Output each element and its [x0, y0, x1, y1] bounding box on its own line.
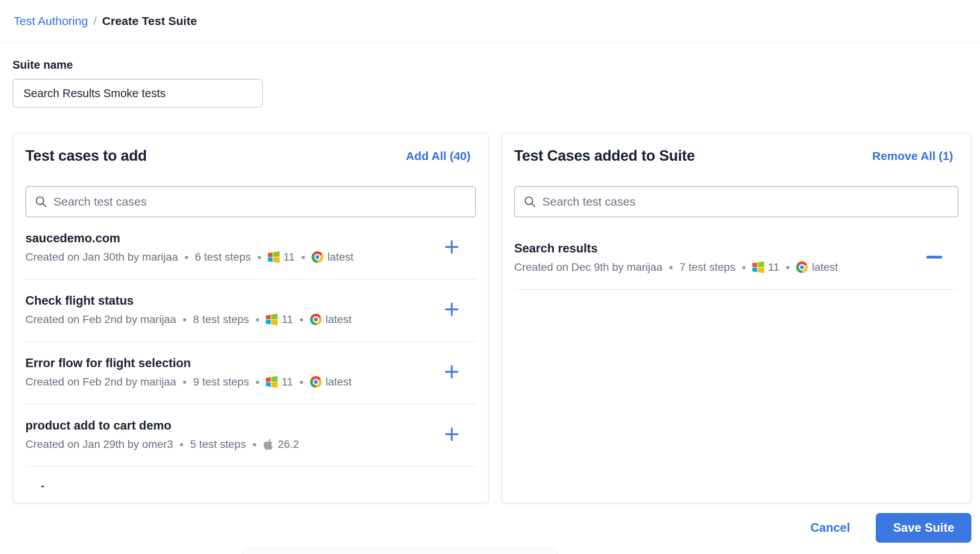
left-search-input[interactable]: [53, 195, 467, 208]
browser-env: latest: [310, 375, 352, 389]
test-case-title: saucedemo.com: [25, 231, 435, 246]
dot-separator: ●: [786, 260, 790, 274]
os-env: 11: [752, 260, 779, 274]
steps-text: 6 test steps: [195, 250, 251, 264]
created-text: Created on Feb 2nd by marijaa: [25, 375, 176, 389]
os-version: 26.2: [278, 437, 299, 451]
os-env: 11: [268, 250, 295, 264]
browser-version: latest: [812, 260, 838, 274]
steps-text: 7 test steps: [679, 260, 735, 274]
os-version: 11: [768, 260, 779, 274]
test-case-row: Search results Created on Dec 9th by mar…: [514, 227, 959, 290]
search-icon: [524, 195, 536, 208]
created-text: Created on Jan 29th by omer3: [25, 437, 173, 451]
steps-text: 5 test steps: [190, 437, 246, 451]
left-search-box: [25, 186, 476, 217]
browser-version: latest: [326, 313, 352, 327]
windows-icon: [266, 376, 278, 388]
test-case-meta: Created on Feb 2nd by marijaa ● 9 test s…: [25, 375, 435, 389]
dot-separator: ●: [184, 250, 189, 264]
test-case-row: saucedemo.com Created on Jan 30th by mar…: [25, 217, 476, 280]
add-test-case-button[interactable]: [443, 239, 460, 255]
dot-separator: ●: [741, 260, 746, 274]
os-version: 11: [282, 375, 293, 389]
save-suite-button[interactable]: Save Suite: [876, 513, 971, 543]
steps-text: 9 test steps: [193, 375, 249, 389]
dot-separator: ●: [255, 313, 260, 327]
right-panel-title: Test Cases added to Suite: [514, 147, 695, 164]
browser-env: latest: [312, 250, 353, 264]
truncated-next-row-hint: [41, 486, 44, 487]
os-env: 11: [266, 375, 293, 389]
add-test-case-button[interactable]: [443, 426, 460, 442]
dot-separator: ●: [255, 375, 260, 389]
chrome-icon: [310, 376, 322, 388]
dot-separator: ●: [299, 313, 303, 327]
chrome-icon: [312, 251, 323, 263]
windows-icon: [266, 314, 278, 325]
remove-all-link[interactable]: Remove All (1): [872, 149, 953, 163]
os-env: 26.2: [263, 437, 299, 451]
test-case-title: product add to cart demo: [25, 418, 435, 433]
browser-version: latest: [327, 250, 353, 264]
remove-test-case-button[interactable]: [926, 249, 943, 265]
test-case-title: Check flight status: [25, 293, 435, 309]
left-panel-title: Test cases to add: [25, 147, 147, 164]
cancel-button[interactable]: Cancel: [811, 521, 850, 535]
footer-actions: Cancel Save Suite: [811, 513, 971, 543]
dot-separator: ●: [179, 437, 184, 451]
dot-separator: ●: [252, 437, 257, 451]
test-cases-added-panel: Test Cases added to Suite Remove All (1)…: [501, 133, 971, 503]
test-case-meta: Created on Feb 2nd by marijaa ● 8 test s…: [25, 313, 435, 327]
breadcrumb: Test Authoring / Create Test Suite: [0, 0, 980, 43]
dot-separator: ●: [669, 260, 673, 274]
add-test-case-button[interactable]: [443, 302, 460, 317]
test-case-meta: Created on Dec 9th by marijaa ● 7 test s…: [514, 260, 918, 274]
apple-icon: [263, 438, 274, 451]
test-case-row: product add to cart demo Created on Jan …: [25, 405, 476, 467]
browser-version: latest: [326, 375, 352, 389]
breadcrumb-link-test-authoring[interactable]: Test Authoring: [14, 14, 88, 28]
created-text: Created on Jan 30th by marijaa: [25, 250, 178, 264]
suite-name-label: Suite name: [12, 59, 263, 71]
chrome-icon: [796, 261, 808, 273]
dot-separator: ●: [182, 375, 187, 389]
right-search-input[interactable]: [542, 195, 949, 208]
dot-separator: ●: [299, 375, 303, 389]
search-icon: [35, 195, 47, 208]
created-text: Created on Feb 2nd by marijaa: [25, 313, 176, 327]
browser-env: latest: [310, 313, 352, 327]
chrome-icon: [310, 314, 322, 325]
breadcrumb-current: Create Test Suite: [102, 14, 197, 28]
test-cases-to-add-list: saucedemo.com Created on Jan 30th by mar…: [25, 217, 476, 467]
test-case-title: Search results: [514, 241, 918, 256]
add-all-link[interactable]: Add All (40): [406, 149, 470, 163]
suite-name-field: Suite name: [12, 59, 263, 108]
dot-separator: ●: [257, 250, 261, 264]
test-case-row: Error flow for flight selection Created …: [25, 342, 476, 405]
test-case-meta: Created on Jan 29th by omer3 ● 5 test st…: [25, 437, 435, 451]
add-test-case-button[interactable]: [443, 364, 460, 380]
windows-icon: [752, 261, 764, 273]
test-cases-added-list: Search results Created on Dec 9th by mar…: [514, 227, 959, 290]
os-env: 11: [266, 313, 293, 327]
windows-icon: [268, 251, 280, 263]
dot-separator: ●: [182, 313, 187, 327]
browser-env: latest: [796, 260, 838, 274]
right-search-box: [514, 186, 959, 217]
os-version: 11: [283, 250, 295, 264]
created-text: Created on Dec 9th by marijaa: [514, 260, 663, 274]
test-case-row: Check flight status Created on Feb 2nd b…: [25, 280, 476, 342]
test-case-meta: Created on Jan 30th by marijaa ● 6 test …: [25, 250, 435, 264]
dot-separator: ●: [301, 250, 305, 264]
steps-text: 8 test steps: [193, 313, 249, 327]
test-case-title: Error flow for flight selection: [25, 355, 435, 371]
breadcrumb-separator: /: [93, 14, 96, 28]
bottom-widget-edge: [242, 548, 558, 554]
suite-name-input[interactable]: [12, 79, 263, 108]
test-cases-to-add-panel: Test cases to add Add All (40) saucedemo…: [12, 133, 489, 503]
os-version: 11: [282, 313, 293, 327]
create-test-suite-page: Test Authoring / Create Test Suite Suite…: [0, 0, 980, 554]
